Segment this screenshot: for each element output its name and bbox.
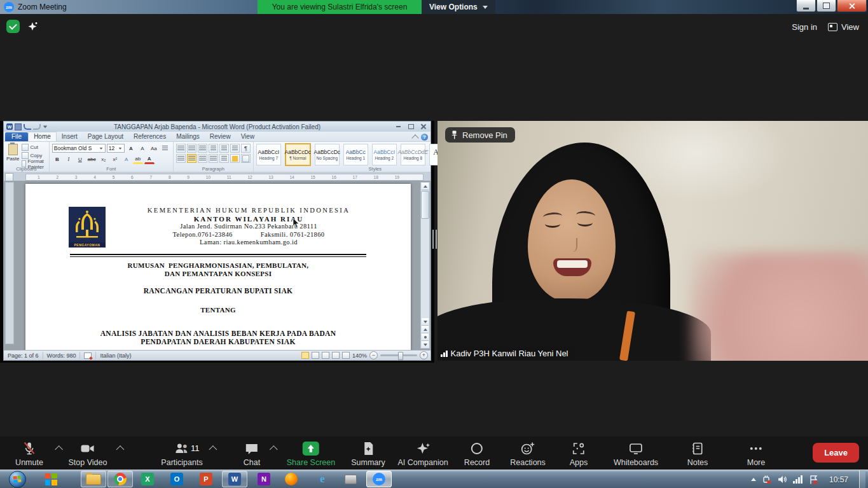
clear-formatting-button[interactable]: [160, 144, 170, 153]
multilevel-list-button[interactable]: [198, 144, 207, 153]
tab-home[interactable]: Home: [28, 132, 57, 141]
outline-view-icon[interactable]: [332, 352, 340, 359]
highlight-button[interactable]: ab: [133, 154, 143, 164]
remove-pin-button[interactable]: Remove Pin: [445, 127, 515, 143]
tab-mailings[interactable]: Mailings: [171, 132, 205, 141]
collapse-ribbon-icon[interactable]: [411, 134, 418, 141]
show-paragraph-marks-button[interactable]: ¶: [241, 144, 251, 153]
zoom-out-button[interactable]: −: [369, 351, 378, 359]
stop-video-control[interactable]: Stop Video: [69, 441, 107, 467]
cut-button[interactable]: Cut: [22, 144, 46, 151]
previous-page-button[interactable]: [422, 326, 429, 333]
sign-in-button[interactable]: Sign in: [792, 22, 817, 32]
increase-indent-button[interactable]: [219, 144, 229, 153]
font-size-box[interactable]: 12: [107, 144, 125, 153]
word-count[interactable]: Words: 980: [43, 352, 81, 359]
numbering-button[interactable]: [187, 144, 196, 153]
font-name-box[interactable]: Bookman Old S: [52, 144, 106, 153]
fullscreen-view-icon[interactable]: [312, 352, 319, 359]
taskbar-chrome[interactable]: [107, 471, 133, 487]
scrollbar-thumb[interactable]: [421, 191, 429, 219]
justify-button[interactable]: [209, 154, 218, 163]
horizontal-ruler[interactable]: 1 2 3 4 5 6 7 8 9 10 11 12 13 14 15 16 1…: [4, 172, 431, 181]
taskbar-excel[interactable]: X: [135, 471, 160, 487]
tab-page-layout[interactable]: Page Layout: [83, 132, 128, 141]
apps-control[interactable]: Apps: [570, 441, 588, 467]
whiteboards-control[interactable]: Whiteboards: [614, 441, 658, 467]
view-options-dropdown[interactable]: View Options: [422, 0, 495, 14]
align-center-button[interactable]: [187, 154, 196, 163]
subscript-button[interactable]: x₂: [99, 155, 109, 164]
bold-button[interactable]: B: [52, 155, 62, 164]
word-minimize-button[interactable]: [393, 123, 403, 130]
strikethrough-button[interactable]: abc: [86, 155, 97, 164]
style-no-spacing[interactable]: AaBbCcDcNo Spacing: [315, 144, 340, 165]
zoom-in-button[interactable]: +: [420, 351, 428, 359]
taskbar-office-hub[interactable]: [38, 471, 64, 487]
zoom-slider[interactable]: [380, 354, 417, 356]
style-normal-selected[interactable]: AaBbCcDc¶ Normal: [285, 143, 311, 166]
taskbar-powerpoint[interactable]: P: [193, 471, 219, 487]
style-heading1[interactable]: AaBbCcHeading 1: [343, 144, 368, 165]
shading-button[interactable]: [230, 154, 240, 163]
leave-button[interactable]: Leave: [813, 443, 859, 463]
tab-insert[interactable]: Insert: [57, 132, 83, 141]
sort-button[interactable]: [230, 144, 240, 153]
web-layout-view-icon[interactable]: [322, 352, 329, 359]
security-shield-icon[interactable]: [6, 20, 20, 33]
ai-sparkle-icon[interactable]: [26, 20, 39, 33]
underline-button[interactable]: U: [75, 155, 85, 164]
borders-button[interactable]: [241, 154, 251, 163]
taskbar-word[interactable]: W: [222, 471, 247, 487]
print-layout-view-icon[interactable]: [301, 352, 309, 359]
decrease-indent-button[interactable]: [209, 144, 218, 153]
taskbar-zoom[interactable]: zm: [366, 471, 392, 487]
summary-control[interactable]: Summary: [351, 441, 385, 467]
record-control[interactable]: Record: [464, 441, 490, 467]
view-layout-button[interactable]: View: [828, 22, 859, 32]
taskbar-file-explorer[interactable]: [81, 471, 106, 487]
paste-button[interactable]: Paste: [6, 144, 19, 165]
unmute-control[interactable]: Unmute: [15, 441, 43, 467]
language-indicator[interactable]: Italian (Italy): [96, 352, 135, 359]
maximize-button[interactable]: [816, 0, 836, 12]
vertical-scrollbar[interactable]: [420, 182, 430, 349]
show-hidden-icons-button[interactable]: [751, 478, 756, 481]
taskbar-firefox[interactable]: [279, 471, 304, 487]
bullets-button[interactable]: [176, 144, 186, 153]
scroll-down-button[interactable]: [422, 318, 429, 326]
more-control[interactable]: More: [747, 441, 765, 467]
style-heading7[interactable]: AaBbCcIHeading 7: [256, 144, 281, 165]
panel-resize-handle[interactable]: [432, 228, 437, 251]
taskbar-utility-app[interactable]: [338, 471, 363, 487]
participants-options-chevron[interactable]: [209, 445, 217, 454]
speaker-icon[interactable]: [777, 475, 787, 484]
taskbar-clock[interactable]: 10:57: [824, 475, 853, 484]
share-screen-control[interactable]: Share Screen: [287, 441, 335, 467]
power-status-icon[interactable]: [762, 475, 771, 484]
draft-view-icon[interactable]: [342, 352, 350, 359]
network-signal-icon[interactable]: [793, 475, 803, 484]
ai-companion-control[interactable]: AI Companion: [397, 441, 448, 467]
taskbar-internet-explorer[interactable]: e: [310, 471, 335, 487]
zoom-level[interactable]: 140%: [352, 352, 367, 359]
notes-control[interactable]: Notes: [687, 441, 708, 467]
taskbar-outlook[interactable]: O: [164, 471, 189, 487]
pinned-video-tile[interactable]: Remove Pin Kadiv P3H Kanwil Riau Yeni Ne…: [437, 121, 868, 361]
close-button[interactable]: [837, 0, 867, 12]
style-heading8[interactable]: AaBbCcDdEHeading 8: [401, 144, 425, 165]
participants-control[interactable]: Participants 11: [161, 441, 202, 467]
grow-font-button[interactable]: A: [126, 144, 136, 153]
video-options-chevron[interactable]: [116, 445, 125, 454]
show-desktop-button[interactable]: [859, 470, 865, 488]
reactions-control[interactable]: Reactions: [510, 441, 546, 467]
shrink-font-button[interactable]: A: [137, 144, 148, 153]
tab-review[interactable]: Review: [205, 132, 236, 141]
tab-file[interactable]: File: [5, 132, 28, 141]
zoom-slider-thumb[interactable]: [398, 352, 403, 360]
align-right-button[interactable]: [198, 154, 207, 163]
word-close-button[interactable]: [418, 123, 429, 130]
italic-button[interactable]: I: [64, 155, 74, 164]
spellcheck-status[interactable]: [80, 352, 96, 359]
next-page-button[interactable]: [422, 341, 429, 348]
